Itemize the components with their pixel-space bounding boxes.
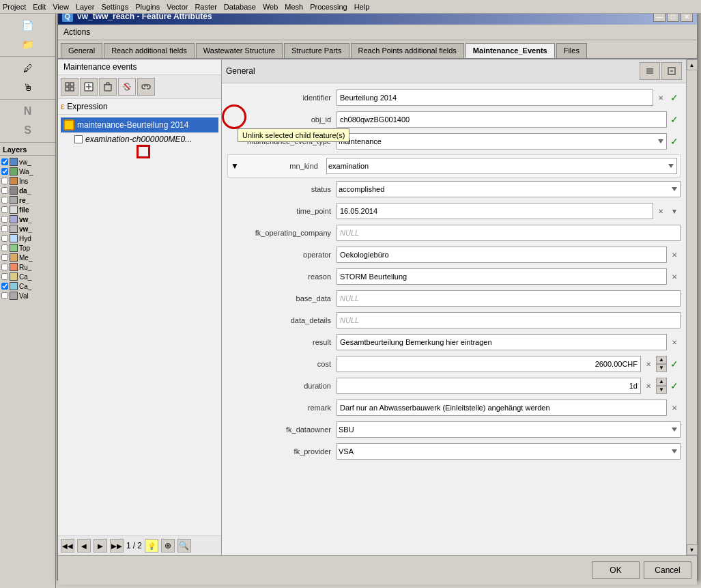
input-base-data[interactable] <box>337 290 681 307</box>
select-mn-kind[interactable]: examination <box>326 158 677 174</box>
label-operator: operator <box>227 251 337 259</box>
menu-item-layer[interactable]: Layer <box>76 3 95 11</box>
menu-item-help[interactable]: Help <box>354 3 370 11</box>
input-fk-operating-company[interactable] <box>337 225 681 241</box>
spin-down-cost[interactable]: ▼ <box>656 364 667 372</box>
list-item[interactable]: vw_ <box>1 157 54 167</box>
select-button[interactable]: 🖱 <box>19 79 37 96</box>
select-fk-provider[interactable]: VSA <box>337 443 681 460</box>
input-result[interactable] <box>337 334 667 350</box>
identify-button[interactable]: 🖊 <box>19 59 37 77</box>
label-cost: cost <box>227 360 337 368</box>
menu-item-processing[interactable]: Processing <box>310 3 347 11</box>
list-item[interactable]: Val <box>1 291 54 300</box>
clear-time-point[interactable]: ✕ <box>655 205 667 217</box>
list-item[interactable]: Ca_ <box>1 281 54 291</box>
list-item[interactable]: vw_ <box>1 214 54 224</box>
input-identifier[interactable] <box>337 89 653 106</box>
menu-item-project[interactable]: Project <box>3 3 26 11</box>
tab-maintenance-events[interactable]: Maintenance_Events <box>466 43 555 58</box>
list-item[interactable]: Wa_ <box>1 167 54 176</box>
menu-item-web[interactable]: Web <box>263 3 278 11</box>
list-item[interactable]: file <box>1 205 54 214</box>
menu-item-raster[interactable]: Raster <box>195 3 216 11</box>
list-item[interactable]: Top <box>1 243 54 253</box>
tree-item-maintenance[interactable]: maintenance-Beurteilung 2014 <box>61 117 218 132</box>
link-button[interactable] <box>137 78 155 96</box>
input-operator[interactable] <box>337 247 667 263</box>
menu-item-plugins[interactable]: Plugins <box>135 3 160 11</box>
clear-remark[interactable]: ✕ <box>668 402 681 414</box>
tab-wastewater[interactable]: Wastewater Structure <box>196 43 283 58</box>
collapse-all-button[interactable] <box>661 62 682 80</box>
pan-button[interactable]: S <box>19 122 37 139</box>
prev-page-button[interactable]: ◀ <box>77 539 91 552</box>
expand-mn-icon[interactable]: ▼ <box>231 161 239 171</box>
input-duration[interactable] <box>337 378 641 394</box>
spin-up-duration[interactable]: ▲ <box>656 378 667 386</box>
clear-reason[interactable]: ✕ <box>668 270 681 283</box>
add-button[interactable] <box>80 78 98 96</box>
zoom-button[interactable]: N <box>19 102 37 120</box>
tree-area: maintenance-Beurteilung 2014 examination… <box>58 115 221 535</box>
expand-all-button[interactable] <box>640 62 660 80</box>
first-page-button[interactable]: ◀◀ <box>61 539 74 552</box>
new-file-button[interactable]: 📄 <box>19 16 37 34</box>
tab-structure-parts[interactable]: Structure Parts <box>284 43 349 58</box>
label-result: result <box>227 338 337 346</box>
select-status[interactable]: accomplished <box>337 181 681 197</box>
input-obj-id[interactable] <box>337 111 667 128</box>
scroll-up-button[interactable]: ▲ <box>687 59 698 70</box>
list-item[interactable]: Me_ <box>1 253 54 262</box>
clear-identifier[interactable]: ✕ <box>655 92 667 104</box>
input-time-point[interactable] <box>337 203 653 219</box>
spin-up-cost[interactable]: ▲ <box>656 356 667 364</box>
ok-button[interactable]: OK <box>592 561 640 579</box>
spin-cost[interactable]: ▲ ▼ <box>656 356 667 372</box>
scroll-down-button[interactable]: ▼ <box>687 544 698 555</box>
list-item[interactable]: Ins <box>1 176 54 186</box>
input-cost[interactable] <box>337 356 641 372</box>
select-maintenance-event-type[interactable]: maintenance <box>337 133 667 150</box>
open-button[interactable]: 📁 <box>19 36 37 53</box>
highlight-button[interactable]: 💡 <box>145 539 158 552</box>
clear-duration[interactable]: ✕ <box>642 380 655 392</box>
check-maintenance-event-type: ✓ <box>668 135 681 148</box>
tab-reach-points[interactable]: Reach Points additional fields <box>351 43 464 58</box>
zoom-to-button[interactable]: ⊕ <box>161 539 175 552</box>
grid-view-button[interactable] <box>61 78 78 96</box>
spin-down-duration[interactable]: ▼ <box>656 386 667 394</box>
clear-cost[interactable]: ✕ <box>642 358 655 370</box>
list-item[interactable]: re_ <box>1 195 54 205</box>
last-page-button[interactable]: ▶▶ <box>110 539 124 552</box>
menu-item-view[interactable]: View <box>53 3 69 11</box>
input-remark[interactable] <box>337 400 667 416</box>
input-reason[interactable] <box>337 268 667 285</box>
scrollbar[interactable]: ▲ ▼ <box>686 59 697 555</box>
next-page-button[interactable]: ▶ <box>94 539 107 552</box>
clear-operator[interactable]: ✕ <box>668 249 681 261</box>
clear-result[interactable]: ✕ <box>668 336 681 348</box>
input-data-details[interactable] <box>337 312 681 328</box>
select-fk-dataowner[interactable]: SBU <box>337 421 681 438</box>
menu-item-database[interactable]: Database <box>224 3 256 11</box>
list-item[interactable]: Ca_ <box>1 272 54 281</box>
cancel-button[interactable]: Cancel <box>644 561 691 579</box>
tree-item-examination[interactable]: examination-ch000000ME0... <box>61 132 218 146</box>
break-link-button[interactable] <box>118 78 136 96</box>
menu-item-mesh[interactable]: Mesh <box>285 3 303 11</box>
dropdown-time-point[interactable]: ▼ <box>668 205 681 217</box>
list-item[interactable]: vw_ <box>1 224 54 234</box>
list-item[interactable]: da_ <box>1 186 54 195</box>
list-item[interactable]: Ru_ <box>1 262 54 272</box>
tab-files[interactable]: Files <box>556 43 587 58</box>
search-button[interactable]: 🔍 <box>177 539 191 552</box>
spin-duration[interactable]: ▲ ▼ <box>656 378 667 394</box>
tab-general[interactable]: General <box>61 43 102 58</box>
menu-item-edit[interactable]: Edit <box>33 3 46 11</box>
delete-button[interactable] <box>99 78 117 96</box>
list-item[interactable]: Hyd <box>1 234 54 243</box>
tab-reach-additional[interactable]: Reach additional fields <box>104 43 195 58</box>
menu-item-vector[interactable]: Vector <box>167 3 188 11</box>
menu-item-settings[interactable]: Settings <box>101 3 128 11</box>
